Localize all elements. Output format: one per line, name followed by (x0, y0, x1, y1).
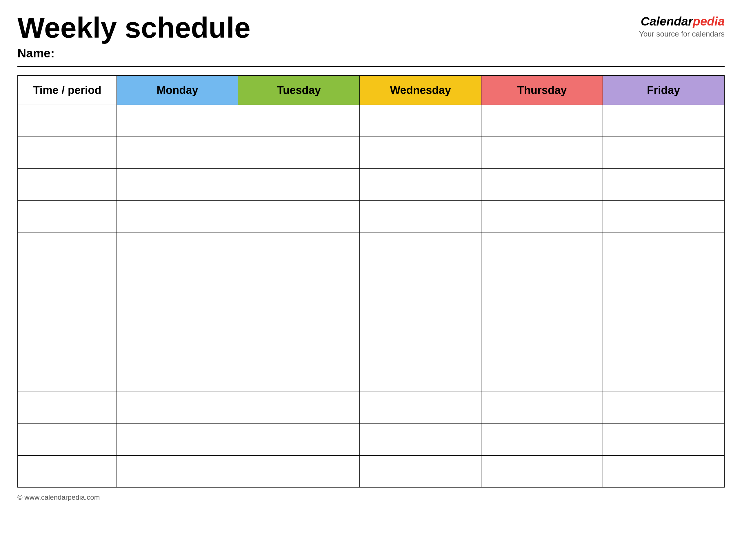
table-cell[interactable] (603, 200, 724, 232)
table-cell[interactable] (481, 296, 602, 328)
footer: © www.calendarpedia.com (17, 493, 725, 501)
table-cell[interactable] (238, 105, 360, 137)
table-cell[interactable] (360, 455, 481, 487)
table-cell[interactable] (481, 360, 602, 392)
table-cell[interactable] (18, 232, 116, 264)
col-header-wednesday: Wednesday (360, 75, 481, 105)
table-row (18, 232, 724, 264)
title-section: Weekly schedule Name: (17, 12, 251, 60)
col-header-monday: Monday (116, 75, 238, 105)
table-cell[interactable] (238, 392, 360, 423)
table-row (18, 168, 724, 200)
table-cell[interactable] (238, 200, 360, 232)
table-cell[interactable] (603, 328, 724, 360)
table-cell[interactable] (238, 168, 360, 200)
table-cell[interactable] (116, 264, 238, 296)
table-cell[interactable] (18, 264, 116, 296)
table-row (18, 423, 724, 455)
header-divider (17, 66, 725, 67)
table-cell[interactable] (18, 423, 116, 455)
table-cell[interactable] (360, 105, 481, 137)
table-row (18, 296, 724, 328)
table-cell[interactable] (18, 168, 116, 200)
table-cell[interactable] (18, 392, 116, 423)
table-cell[interactable] (238, 137, 360, 168)
table-cell[interactable] (360, 328, 481, 360)
table-cell[interactable] (116, 200, 238, 232)
table-cell[interactable] (238, 360, 360, 392)
table-cell[interactable] (603, 168, 724, 200)
col-header-tuesday: Tuesday (238, 75, 360, 105)
table-cell[interactable] (603, 232, 724, 264)
schedule-table: Time / period Monday Tuesday Wednesday T… (17, 75, 725, 488)
table-cell[interactable] (238, 264, 360, 296)
table-row (18, 137, 724, 168)
name-label: Name: (17, 46, 251, 60)
table-cell[interactable] (603, 360, 724, 392)
table-cell[interactable] (116, 105, 238, 137)
table-cell[interactable] (116, 423, 238, 455)
table-cell[interactable] (481, 328, 602, 360)
logo-tagline: Your source for calendars (639, 30, 725, 39)
logo-text: Calendarpedia (639, 14, 725, 29)
table-cell[interactable] (481, 200, 602, 232)
table-cell[interactable] (18, 328, 116, 360)
table-cell[interactable] (603, 455, 724, 487)
table-cell[interactable] (360, 232, 481, 264)
table-cell[interactable] (360, 137, 481, 168)
table-cell[interactable] (18, 455, 116, 487)
page-title: Weekly schedule (17, 12, 251, 44)
table-header: Time / period Monday Tuesday Wednesday T… (18, 75, 724, 105)
table-cell[interactable] (116, 137, 238, 168)
table-cell[interactable] (360, 168, 481, 200)
table-cell[interactable] (360, 264, 481, 296)
table-cell[interactable] (116, 455, 238, 487)
table-cell[interactable] (603, 296, 724, 328)
table-cell[interactable] (116, 232, 238, 264)
logo-pedia: pedia (693, 14, 725, 28)
table-cell[interactable] (603, 105, 724, 137)
table-cell[interactable] (116, 296, 238, 328)
table-cell[interactable] (603, 392, 724, 423)
table-cell[interactable] (18, 137, 116, 168)
table-cell[interactable] (481, 232, 602, 264)
table-row (18, 360, 724, 392)
header-row: Time / period Monday Tuesday Wednesday T… (18, 75, 724, 105)
table-cell[interactable] (18, 296, 116, 328)
table-cell[interactable] (360, 360, 481, 392)
table-cell[interactable] (238, 423, 360, 455)
table-row (18, 392, 724, 423)
table-cell[interactable] (481, 168, 602, 200)
table-cell[interactable] (238, 232, 360, 264)
logo-calendar: Calendar (641, 14, 693, 28)
table-cell[interactable] (360, 200, 481, 232)
table-cell[interactable] (481, 423, 602, 455)
table-cell[interactable] (18, 200, 116, 232)
table-cell[interactable] (238, 328, 360, 360)
table-cell[interactable] (481, 137, 602, 168)
table-row (18, 200, 724, 232)
table-cell[interactable] (481, 455, 602, 487)
table-cell[interactable] (18, 105, 116, 137)
table-cell[interactable] (360, 392, 481, 423)
table-cell[interactable] (360, 296, 481, 328)
table-cell[interactable] (603, 423, 724, 455)
table-cell[interactable] (481, 105, 602, 137)
table-cell[interactable] (18, 360, 116, 392)
table-cell[interactable] (116, 392, 238, 423)
table-cell[interactable] (116, 360, 238, 392)
table-cell[interactable] (481, 264, 602, 296)
col-header-friday: Friday (603, 75, 724, 105)
table-cell[interactable] (116, 328, 238, 360)
table-cell[interactable] (481, 392, 602, 423)
table-cell[interactable] (238, 296, 360, 328)
table-cell[interactable] (238, 455, 360, 487)
col-header-thursday: Thursday (481, 75, 602, 105)
table-cell[interactable] (603, 264, 724, 296)
table-cell[interactable] (116, 168, 238, 200)
table-cell[interactable] (360, 423, 481, 455)
table-row (18, 264, 724, 296)
table-cell[interactable] (603, 137, 724, 168)
col-header-time: Time / period (18, 75, 116, 105)
table-row (18, 328, 724, 360)
